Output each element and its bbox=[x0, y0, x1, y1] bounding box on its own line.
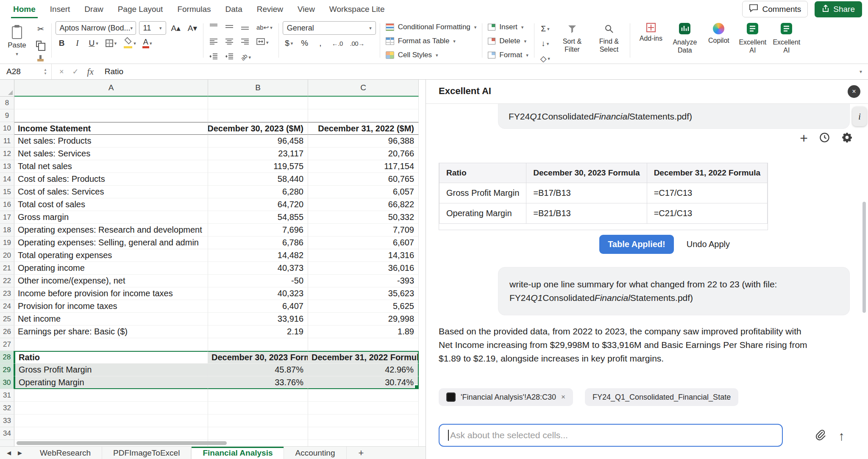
attach-button[interactable] bbox=[814, 429, 826, 443]
row-header-17[interactable]: 17 bbox=[0, 211, 14, 224]
row-header-10[interactable]: 10 bbox=[0, 122, 14, 135]
cell-C23[interactable]: 35,623 bbox=[308, 287, 419, 300]
cell-B19[interactable]: 6,786 bbox=[208, 236, 308, 249]
fill-handle[interactable] bbox=[414, 384, 418, 388]
row-header-30[interactable]: 30 bbox=[0, 376, 14, 389]
cell-C22[interactable]: -393 bbox=[308, 275, 419, 287]
wrap-text-button[interactable]: ab↩▾ bbox=[254, 21, 275, 34]
cell-C24[interactable]: 5,625 bbox=[308, 300, 419, 313]
sheet-tab-financial-analysis[interactable]: Financial Analysis bbox=[191, 447, 284, 459]
font-color-button[interactable]: A▾ bbox=[141, 37, 154, 50]
cell-A11[interactable]: Net sales: Products bbox=[14, 135, 208, 147]
cell-A34[interactable] bbox=[14, 427, 208, 440]
cell-A30[interactable]: Operating Margin bbox=[14, 376, 208, 389]
grow-font-button[interactable]: A▴ bbox=[169, 22, 183, 34]
cell-C30[interactable]: 30.74% bbox=[308, 376, 419, 389]
cell-A31[interactable] bbox=[14, 389, 208, 402]
delete-cells-button[interactable]: Delete▾ bbox=[486, 35, 530, 47]
column-header-B[interactable]: B bbox=[208, 80, 308, 97]
cell-C27[interactable] bbox=[308, 338, 419, 351]
sort-filter-button[interactable]: Sort & Filter bbox=[555, 21, 589, 54]
cell-C32[interactable] bbox=[308, 402, 419, 414]
number-format-select[interactable]: General▾ bbox=[283, 21, 376, 35]
row-header-16[interactable]: 16 bbox=[0, 198, 14, 211]
cell-A10[interactable]: Income Statement bbox=[14, 122, 208, 135]
cell-B16[interactable]: 64,720 bbox=[208, 198, 308, 211]
cell-C9[interactable] bbox=[308, 109, 419, 122]
add-ins-button[interactable]: Add-ins bbox=[634, 20, 668, 61]
cell-C8[interactable] bbox=[308, 97, 419, 109]
copy-button[interactable]: ▾ bbox=[34, 37, 47, 50]
cell-C20[interactable]: 14,316 bbox=[308, 249, 419, 262]
cell-partial[interactable] bbox=[308, 440, 419, 446]
comma-button[interactable]: , bbox=[314, 37, 327, 50]
tab-home[interactable]: Home bbox=[6, 0, 43, 18]
cell-B8[interactable] bbox=[208, 97, 308, 109]
cell-A33[interactable] bbox=[14, 414, 208, 427]
merge-center-button[interactable]: ▾ bbox=[254, 36, 271, 49]
align-center-button[interactable] bbox=[223, 36, 236, 49]
format-painter-button[interactable] bbox=[34, 52, 47, 64]
cell-B33[interactable] bbox=[208, 414, 308, 427]
tab-review[interactable]: Review bbox=[250, 0, 290, 18]
cell-A15[interactable]: Cost of sales: Services bbox=[14, 186, 208, 198]
pane-scrollbar[interactable] bbox=[862, 202, 866, 313]
sheet-tab-pdfimagetoexcel[interactable]: PDFImageToExcel bbox=[102, 447, 191, 459]
orientation-button[interactable]: ab▾ bbox=[239, 51, 253, 64]
borders-button[interactable]: ▾ bbox=[103, 37, 119, 50]
cell-C10[interactable]: December 31, 2022 ($M) bbox=[308, 122, 419, 135]
selection-chip-close-icon[interactable]: × bbox=[561, 393, 565, 401]
cell-A23[interactable]: Income before provision for income taxes bbox=[14, 287, 208, 300]
cell-C31[interactable] bbox=[308, 389, 419, 402]
cell-C28[interactable]: December 31, 2022 Formula bbox=[308, 351, 419, 364]
row-header-12[interactable]: 12 bbox=[0, 147, 14, 160]
history-button[interactable] bbox=[819, 132, 830, 145]
row-header-13[interactable]: 13 bbox=[0, 160, 14, 173]
cell-A32[interactable] bbox=[14, 402, 208, 414]
copilot-button[interactable]: Copilot bbox=[702, 20, 736, 61]
add-sheet-button[interactable]: + bbox=[350, 447, 373, 459]
font-size-select[interactable]: 11▾ bbox=[139, 21, 166, 35]
tab-insert[interactable]: Insert bbox=[43, 0, 78, 18]
cell-B23[interactable]: 40,323 bbox=[208, 287, 308, 300]
cell-B9[interactable] bbox=[208, 109, 308, 122]
tab-view[interactable]: View bbox=[290, 0, 322, 18]
cell-B14[interactable]: 58,440 bbox=[208, 173, 308, 186]
formula-content[interactable]: Ratio bbox=[105, 67, 123, 76]
row-header-25[interactable]: 25 bbox=[0, 313, 14, 325]
clear-button[interactable]: ◇▾ bbox=[538, 52, 552, 64]
tab-formulas[interactable]: Formulas bbox=[170, 0, 218, 18]
cell-A22[interactable]: Other income/(expense), net bbox=[14, 275, 208, 287]
cell-C26[interactable]: 1.89 bbox=[308, 325, 419, 338]
cell-C25[interactable]: 29,998 bbox=[308, 313, 419, 325]
row-header-22[interactable]: 22 bbox=[0, 275, 14, 287]
align-top-button[interactable] bbox=[207, 21, 220, 34]
cell-A17[interactable]: Gross margin bbox=[14, 211, 208, 224]
cell-B10[interactable]: December 30, 2023 ($M) bbox=[208, 122, 308, 135]
cancel-icon[interactable]: × bbox=[59, 67, 64, 76]
select-all-corner[interactable] bbox=[0, 80, 14, 97]
row-header-24[interactable]: 24 bbox=[0, 300, 14, 313]
cell-A9[interactable] bbox=[14, 109, 208, 122]
italic-button[interactable]: I bbox=[71, 37, 84, 50]
file-chip[interactable]: FY24_Q1_Consolidated_Financial_State bbox=[585, 388, 738, 406]
align-right-button[interactable] bbox=[239, 36, 251, 49]
cell-A12[interactable]: Net sales: Services bbox=[14, 147, 208, 160]
insert-cells-button[interactable]: Insert▾ bbox=[486, 21, 530, 33]
fill-button[interactable]: ↓▾ bbox=[538, 37, 552, 50]
formula-bar-expand-icon[interactable]: ▾ bbox=[860, 69, 862, 75]
cell-B15[interactable]: 6,280 bbox=[208, 186, 308, 198]
conditional-formatting-button[interactable]: Conditional Formatting▾ bbox=[384, 21, 479, 33]
align-bottom-button[interactable] bbox=[239, 21, 251, 34]
cell-A19[interactable]: Operating expenses: Selling, general and… bbox=[14, 236, 208, 249]
cell-A14[interactable]: Cost of sales: Products bbox=[14, 173, 208, 186]
row-header-23[interactable]: 23 bbox=[0, 287, 14, 300]
cell-B27[interactable] bbox=[208, 338, 308, 351]
cell-B12[interactable]: 23,117 bbox=[208, 147, 308, 160]
increase-indent-button[interactable] bbox=[223, 51, 236, 64]
sheet-nav-right-icon[interactable]: ▶ bbox=[18, 450, 22, 456]
cell-C17[interactable]: 50,332 bbox=[308, 211, 419, 224]
new-chat-button[interactable]: + bbox=[800, 131, 808, 145]
cell-B22[interactable]: -50 bbox=[208, 275, 308, 287]
cell-B17[interactable]: 54,855 bbox=[208, 211, 308, 224]
